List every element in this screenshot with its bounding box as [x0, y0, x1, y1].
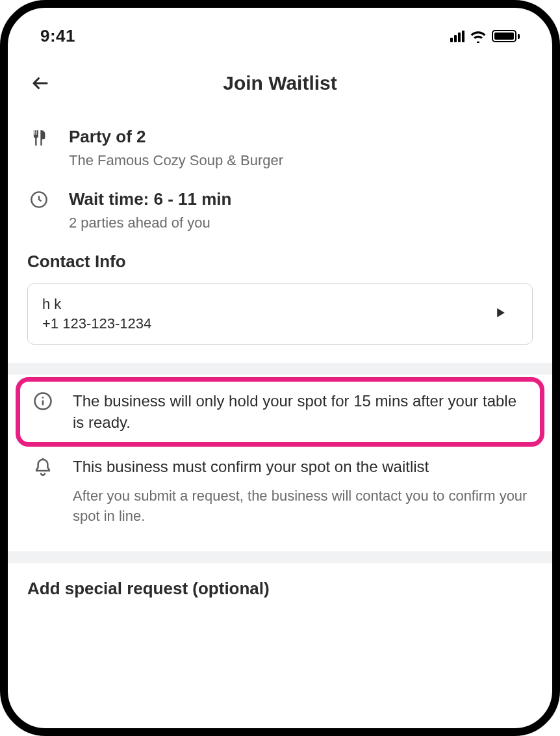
- special-request-heading: Add special request (optional): [27, 579, 533, 599]
- status-icons: [450, 30, 520, 43]
- restaurant-name: The Famous Cozy Soup & Burger: [69, 151, 533, 171]
- cellular-signal-icon: [450, 31, 465, 42]
- parties-ahead-label: 2 parties ahead of you: [69, 213, 533, 233]
- wait-info-row: Wait time: 6 - 11 min 2 parties ahead of…: [27, 189, 533, 233]
- contact-info-heading: Contact Info: [27, 252, 533, 272]
- section-divider: [8, 551, 552, 563]
- hold-notice-text: The business will only hold your spot fo…: [73, 390, 529, 434]
- status-bar: 9:41: [8, 8, 552, 53]
- battery-icon: [492, 30, 520, 42]
- info-icon: [31, 390, 55, 411]
- caret-right-icon: [497, 308, 505, 320]
- contact-name: h k: [42, 296, 151, 313]
- arrow-left-icon: [31, 73, 50, 93]
- confirm-notice-subtitle: After you submit a request, the business…: [73, 486, 529, 527]
- contact-info-card[interactable]: h k +1 123-123-1234: [27, 283, 533, 345]
- contact-phone: +1 123-123-1234: [42, 315, 151, 332]
- wait-time-label: Wait time: 6 - 11 min: [69, 189, 533, 209]
- confirm-notice-title: This business must confirm your spot on …: [73, 456, 529, 478]
- hold-notice-row: The business will only hold your spot fo…: [27, 384, 533, 440]
- restaurant-icon: [27, 127, 51, 148]
- party-size-label: Party of 2: [69, 127, 533, 147]
- hold-notice-container: The business will only hold your spot fo…: [27, 375, 533, 445]
- back-button[interactable]: [27, 70, 53, 96]
- page-title: Join Waitlist: [27, 72, 533, 94]
- section-divider: [8, 363, 552, 375]
- clock-icon: [27, 189, 51, 209]
- svg-point-3: [42, 397, 44, 399]
- content: Party of 2 The Famous Cozy Soup & Burger…: [8, 101, 552, 599]
- bell-icon: [31, 456, 55, 478]
- party-info-row: Party of 2 The Famous Cozy Soup & Burger: [27, 127, 533, 171]
- wifi-icon: [470, 30, 487, 43]
- special-request-section: Add special request (optional): [27, 563, 533, 599]
- status-time: 9:41: [40, 26, 75, 46]
- device-frame: 9:41 Join Waitlist: [0, 0, 560, 736]
- header: Join Waitlist: [8, 53, 552, 101]
- confirm-notice-row: This business must confirm your spot on …: [27, 445, 533, 533]
